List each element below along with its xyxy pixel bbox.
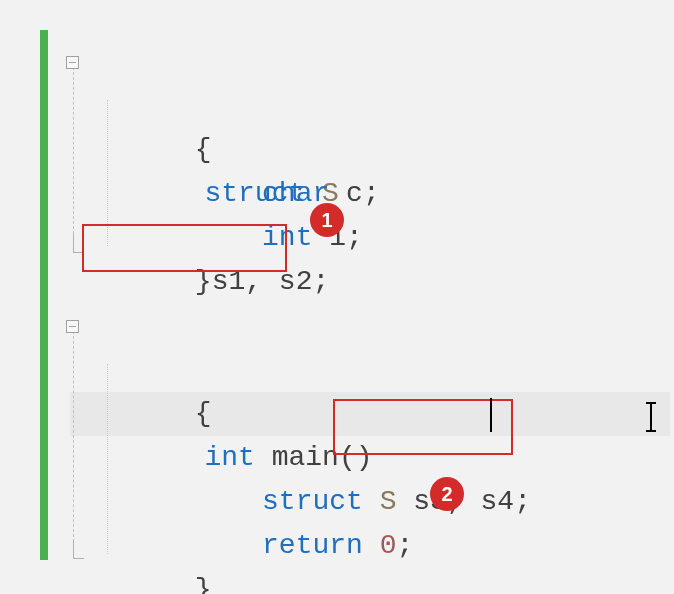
mouse-cursor-ibeam-icon (650, 404, 652, 430)
code-line[interactable]: { (70, 348, 674, 392)
code-line[interactable] (70, 260, 674, 304)
text-caret (490, 398, 492, 432)
code-line[interactable]: { (70, 84, 674, 128)
code-line[interactable]: return 0; (70, 480, 674, 524)
code-line[interactable]: int main() (70, 304, 674, 348)
code-line[interactable]: struct S (70, 40, 674, 84)
current-line-highlight (70, 392, 670, 436)
code-area[interactable]: struct S { char c; int i; }s1, s2; int m… (70, 40, 674, 568)
fold-toggle-icon[interactable] (66, 320, 79, 333)
code-line[interactable]: } (70, 524, 674, 568)
brace: } (195, 574, 212, 594)
code-line[interactable]: char c; (70, 128, 674, 172)
change-marker-bar (40, 30, 48, 560)
code-line[interactable]: int i; (70, 172, 674, 216)
code-line[interactable] (70, 436, 674, 480)
code-editor[interactable]: struct S { char c; int i; }s1, s2; int m… (0, 0, 674, 594)
fold-toggle-icon[interactable] (66, 56, 79, 69)
code-line-current[interactable]: struct S s3, s4; (70, 392, 674, 436)
code-line[interactable]: }s1, s2; (70, 216, 674, 260)
